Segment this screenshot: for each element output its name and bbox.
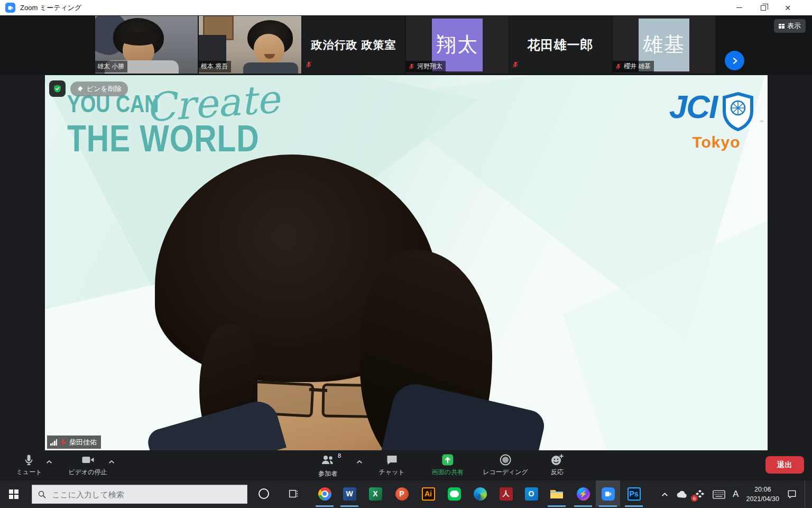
tray-expand-chevron[interactable] [661, 492, 668, 497]
participant-thumb-avatar[interactable]: 翔太 河野翔太 [406, 16, 509, 74]
participant-gallery: 雄太 小勝 根本 将吾 政治行政 政策室 翔太 [0, 15, 812, 75]
restore-button[interactable] [751, 0, 776, 15]
pinned-speaker-video[interactable]: YOU CAN Create THE WORLD JCI ™ Tokyo [45, 75, 768, 450]
stop-video-label: ビデオの停止 [68, 468, 107, 477]
system-tray: 6 A 20:06 2021/04/30 [661, 480, 812, 508]
reactions-icon [550, 453, 564, 466]
acrobat-icon: 人 [500, 487, 513, 501]
task-view-button[interactable] [281, 480, 306, 507]
close-button[interactable]: ✕ [776, 0, 800, 15]
onedrive-icon[interactable] [676, 491, 687, 498]
meeting-security-button[interactable] [49, 80, 66, 97]
zoom-app-icon [5, 3, 15, 13]
reactions-button[interactable]: 反応 [550, 453, 564, 477]
jci-tokyo-logo: JCI ™ Tokyo [632, 92, 768, 151]
taskbar-app-edge[interactable] [468, 480, 492, 507]
pin-icon [77, 86, 84, 93]
running-indicator [599, 505, 617, 507]
action-center-icon[interactable] [787, 489, 797, 500]
taskbar-app-explorer[interactable] [545, 480, 569, 507]
outlook-icon: O [525, 487, 538, 501]
leave-meeting-button[interactable]: 退出 [765, 456, 804, 474]
participants-label: 参加者 [318, 469, 337, 478]
windows-logo-icon [9, 489, 19, 499]
zoom-window: Zoom ミーティング ✕ 雄太 小勝 根本 将吾 [0, 0, 812, 508]
taskbar-app-photoshop[interactable]: Ps [622, 480, 646, 507]
participant-name-label: 櫻井 雄基 [613, 61, 654, 72]
mute-options-chevron[interactable] [46, 457, 52, 466]
taskbar-app-zoom-active[interactable] [596, 480, 620, 507]
slogan-line2: THE WORLD [67, 120, 260, 157]
mute-button[interactable]: ミュート [16, 453, 42, 477]
taskbar-app-messenger[interactable]: ⚡ [571, 480, 595, 507]
clock-date: 2021/04/30 [746, 494, 779, 504]
title-bar: Zoom ミーティング ✕ [0, 0, 812, 15]
participant-thumb-video[interactable]: 雄太 小勝 [95, 16, 198, 74]
record-button[interactable]: レコーディング [483, 453, 528, 477]
remove-pin-button[interactable]: ピンを削除 [70, 81, 128, 96]
taskbar-app-word[interactable]: W [337, 480, 362, 507]
view-button-label: 表示 [787, 21, 801, 31]
taskbar-search[interactable] [32, 485, 247, 504]
participant-name-center: 花田雄一郎 [509, 16, 612, 74]
taskbar-app-outlook[interactable]: O [519, 480, 543, 507]
file-explorer-icon [550, 488, 564, 500]
jci-city-text: Tokyo [632, 133, 768, 151]
show-desktop-button[interactable] [805, 480, 808, 508]
participant-thumb-avatar[interactable]: 雄基 櫻井 雄基 [613, 16, 715, 74]
record-label: レコーディング [483, 468, 528, 477]
meeting-toolbar: ミュート ビデオの停止 8 参加者 [0, 450, 812, 480]
webcam-art [254, 34, 284, 65]
participant-name-label: 河野翔太 [406, 61, 446, 72]
touch-keyboard-icon[interactable] [713, 490, 725, 499]
notification-badge: 6 [691, 495, 698, 502]
signal-strength-icon [50, 439, 57, 446]
minimize-icon [736, 7, 742, 8]
taskbar-app-illustrator[interactable]: Ai [416, 480, 440, 507]
tray-app-badge-icon[interactable]: 6 [695, 489, 705, 500]
share-screen-button[interactable]: 画面の共有 [432, 453, 464, 477]
muted-mic-icon [512, 61, 519, 70]
running-indicator [574, 505, 592, 507]
shield-check-icon [53, 84, 62, 93]
share-screen-label: 画面の共有 [432, 468, 464, 477]
search-input[interactable] [52, 490, 226, 499]
taskbar-app-powerpoint[interactable]: P [390, 480, 414, 507]
pin-button-label: ピンを削除 [87, 84, 122, 94]
jci-logo-text: JCI [669, 92, 717, 122]
powerpoint-icon: P [395, 487, 409, 501]
minimize-button[interactable] [727, 0, 751, 15]
illustrator-icon: Ai [422, 487, 435, 501]
taskbar-app-chrome[interactable] [312, 480, 337, 507]
participant-name-center: 政治行政 政策室 [302, 16, 405, 74]
chat-button[interactable]: チャット [379, 453, 404, 477]
window-title: Zoom ミーティング [20, 3, 81, 13]
participants-button[interactable]: 8 参加者 [318, 453, 337, 478]
next-page-button[interactable] [725, 51, 744, 70]
jci-shield-icon [721, 92, 755, 131]
chat-label: チャット [379, 468, 404, 477]
video-options-chevron[interactable] [108, 457, 115, 466]
word-icon: W [343, 487, 356, 501]
participant-thumb-name-only[interactable]: 政治行政 政策室 [302, 16, 405, 74]
participants-options-chevron[interactable] [356, 457, 363, 466]
webcam-art [119, 32, 159, 46]
running-indicator [340, 505, 358, 507]
participant-thumb-name-only[interactable]: 花田雄一郎 [509, 16, 612, 74]
clock-time: 20:06 [746, 485, 779, 494]
chat-icon [385, 453, 398, 466]
taskbar-app-acrobat[interactable]: 人 [494, 480, 518, 507]
taskbar-app-line[interactable] [442, 480, 466, 507]
stop-video-button[interactable]: ビデオの停止 [68, 453, 107, 477]
taskbar-app-excel[interactable]: X [363, 480, 387, 507]
start-button[interactable] [0, 480, 27, 508]
speaker-name-label: 柴田佳佑 [47, 436, 101, 449]
cortana-button[interactable] [252, 480, 276, 507]
taskbar-clock[interactable]: 20:06 2021/04/30 [746, 485, 779, 504]
muted-mic-icon [615, 63, 622, 70]
view-layout-button[interactable]: 表示 [774, 19, 806, 33]
ime-indicator[interactable]: A [733, 489, 739, 500]
record-icon [499, 453, 512, 466]
participant-thumb-video[interactable]: 根本 将吾 [199, 16, 301, 74]
windows-taskbar: W X P Ai 人 O ⚡ [0, 480, 812, 508]
